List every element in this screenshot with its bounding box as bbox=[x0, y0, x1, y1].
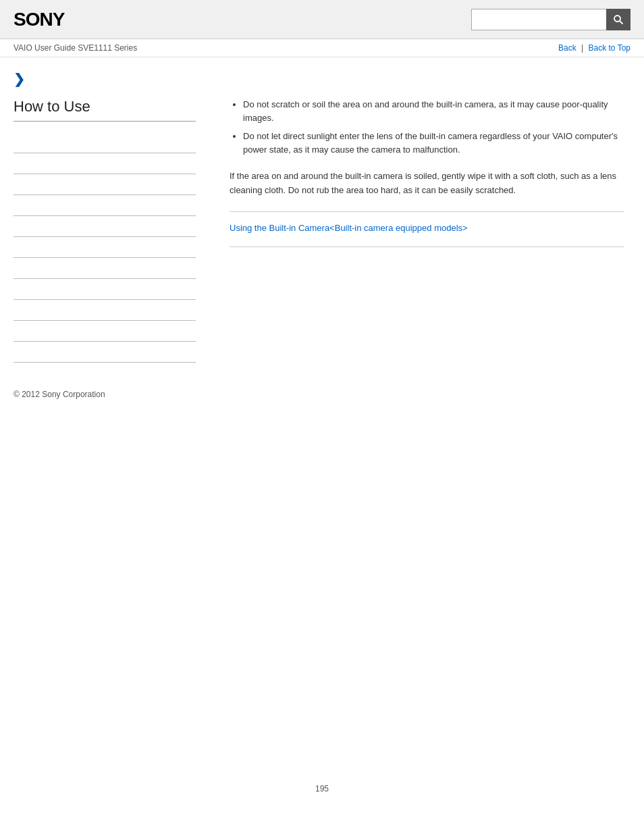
sidebar: ❯ How to Use bbox=[0, 57, 209, 376]
sidebar-nav-list bbox=[14, 132, 196, 363]
svg-line-1 bbox=[620, 21, 622, 24]
footer: © 2012 Sony Corporation bbox=[0, 376, 644, 413]
sidebar-nav-item[interactable] bbox=[14, 342, 196, 363]
caution-list: Do not scratch or soil the area on and a… bbox=[230, 98, 624, 156]
search-area bbox=[471, 9, 630, 30]
page-number: 195 bbox=[0, 771, 644, 807]
nav-separator: | bbox=[581, 43, 583, 53]
caution-item-1: Do not scratch or soil the area on and a… bbox=[243, 98, 624, 124]
sidebar-nav-item[interactable] bbox=[14, 174, 196, 195]
search-input[interactable] bbox=[471, 9, 606, 30]
sony-logo: SONY bbox=[14, 9, 64, 30]
paragraph-section: If the area on and around the built-in c… bbox=[230, 170, 624, 198]
search-icon bbox=[613, 14, 624, 25]
content-divider bbox=[230, 211, 624, 212]
main-content: ❯ How to Use Do not scratch bbox=[0, 57, 644, 376]
sidebar-nav-item[interactable] bbox=[14, 216, 196, 237]
content-divider-bottom bbox=[230, 246, 624, 247]
sidebar-nav-item[interactable] bbox=[14, 153, 196, 174]
sidebar-nav-item[interactable] bbox=[14, 279, 196, 300]
search-button[interactable] bbox=[606, 9, 630, 30]
nav-bar: VAIO User Guide SVE1111 Series Back | Ba… bbox=[0, 39, 644, 57]
back-link[interactable]: Back bbox=[558, 43, 576, 53]
sidebar-nav-item[interactable] bbox=[14, 258, 196, 279]
related-link-section: Using the Built-in Camera<Built-in camer… bbox=[230, 223, 624, 233]
content-paragraph: If the area on and around the built-in c… bbox=[230, 170, 624, 198]
sidebar-nav-item[interactable] bbox=[14, 237, 196, 258]
content-area: Do not scratch or soil the area on and a… bbox=[209, 57, 644, 376]
related-link[interactable]: Using the Built-in Camera<Built-in camer… bbox=[230, 223, 468, 233]
nav-links: Back | Back to Top bbox=[558, 43, 630, 53]
copyright: © 2012 Sony Corporation bbox=[14, 390, 105, 399]
sidebar-nav-item[interactable] bbox=[14, 195, 196, 216]
sidebar-nav-item[interactable] bbox=[14, 321, 196, 342]
sidebar-nav-item[interactable] bbox=[14, 132, 196, 153]
breadcrumb: VAIO User Guide SVE1111 Series bbox=[14, 43, 137, 53]
bullet-section: Do not scratch or soil the area on and a… bbox=[230, 98, 624, 156]
sidebar-title: How to Use bbox=[14, 98, 196, 122]
caution-item-2: Do not let direct sunlight enter the len… bbox=[243, 130, 624, 156]
header: SONY bbox=[0, 0, 644, 39]
chevron-icon: ❯ bbox=[14, 71, 196, 87]
sidebar-nav-item[interactable] bbox=[14, 300, 196, 321]
back-to-top-link[interactable]: Back to Top bbox=[589, 43, 630, 53]
